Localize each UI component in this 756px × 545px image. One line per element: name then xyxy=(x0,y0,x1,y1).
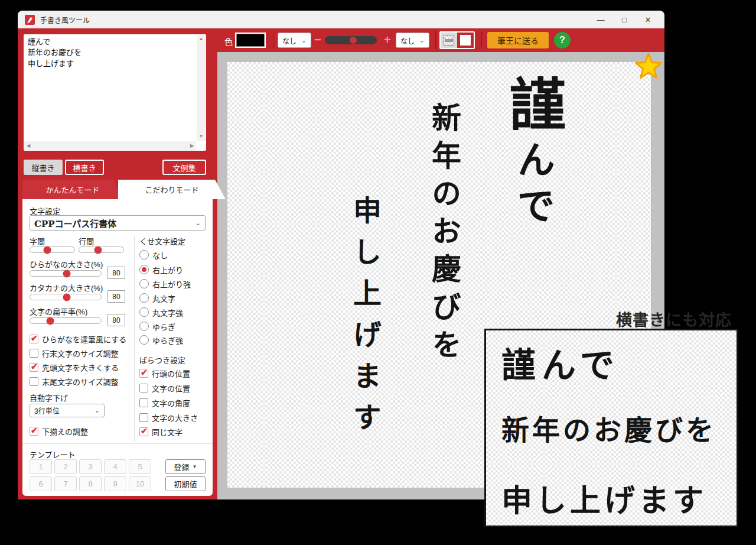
template-slot-7[interactable]: 7 xyxy=(54,476,77,491)
chevron-down-icon: ⌄ xyxy=(419,37,425,44)
checkbox-line-end-size[interactable]: 行末文字のサイズ調整 xyxy=(30,348,119,358)
checkbox-hiragana-brush-style[interactable]: ✔ ひらがなを達筆風にする xyxy=(30,334,126,344)
help-button[interactable]: ? xyxy=(554,32,571,48)
scroll-up-icon[interactable]: ▲ xyxy=(197,35,206,43)
radio-none[interactable]: なし xyxy=(139,249,168,260)
scroll-down-icon[interactable]: ▼ xyxy=(197,132,206,141)
checkbox-char-size[interactable]: 文字の大きさ xyxy=(139,413,198,423)
char-spacing-label: 字間 xyxy=(30,235,45,246)
flatness-value[interactable]: 80 xyxy=(107,314,125,326)
template-slot-3[interactable]: 3 xyxy=(79,459,102,474)
radio-rising-right-strong[interactable]: 右上がり強 xyxy=(139,278,191,289)
radio-circle[interactable] xyxy=(139,322,149,331)
checkbox-label: 文字の角度 xyxy=(152,397,190,408)
checkbox-label: 末尾文字のサイズ調整 xyxy=(42,376,119,387)
template-slot-4[interactable]: 4 xyxy=(104,459,126,474)
maximize-icon[interactable]: □ xyxy=(612,11,636,28)
radio-round-strong[interactable]: 丸文字強 xyxy=(139,307,183,317)
template-slot-10[interactable]: 10 xyxy=(129,476,151,491)
template-slot-5[interactable]: 5 xyxy=(129,459,151,474)
calligraphy-column-3: 申し上げます xyxy=(344,196,386,444)
size-slider[interactable] xyxy=(325,36,377,44)
radio-rising-right[interactable]: 右上がり xyxy=(139,264,183,275)
vertical-writing-button[interactable]: 縦書き xyxy=(24,160,63,175)
radio-round[interactable]: 丸文字 xyxy=(139,293,175,303)
auto-indent-dropdown[interactable]: 3行単位 ⌄ xyxy=(30,404,105,417)
examples-button[interactable]: 文例集 xyxy=(162,160,206,175)
horizontal-writing-button[interactable]: 横書き xyxy=(65,160,104,175)
chevron-down-icon: ⌄ xyxy=(94,407,100,414)
checkbox-box[interactable] xyxy=(30,349,38,358)
minimize-icon[interactable]: — xyxy=(589,11,612,28)
size-decrease-button[interactable]: − xyxy=(314,33,321,47)
template-slot-8[interactable]: 8 xyxy=(79,476,102,491)
variation-settings-heading: ばらつき設定 xyxy=(139,354,185,365)
radio-wobble[interactable]: ゆらぎ xyxy=(139,321,175,332)
template-slot-1[interactable]: 1 xyxy=(30,459,52,474)
checkbox-box[interactable]: ✔ xyxy=(139,369,148,378)
checkbox-label: 文字の大きさ xyxy=(152,412,198,423)
template-slot-2[interactable]: 2 xyxy=(54,459,77,474)
input-text[interactable]: 謹んで 新年のお慶びを 申し上げます xyxy=(28,37,193,69)
register-label: 登録 xyxy=(174,461,190,472)
size-increase-button[interactable]: + xyxy=(384,33,391,47)
style-dropdown-value: なし xyxy=(282,35,296,46)
vertical-scrollbar[interactable]: ▲ ▼ xyxy=(197,35,206,141)
checkbox-box[interactable]: ✔ xyxy=(30,427,38,436)
scroll-left-icon[interactable]: ◀ xyxy=(24,141,32,150)
settings-panel: 文字設定 CPPコーパス行書体 ⌄ 字間 行間 ひらがなの大きさ(%) 80 カ… xyxy=(22,199,213,496)
hiragana-size-slider[interactable] xyxy=(30,270,102,277)
checkbox-char-position[interactable]: 文字の位置 xyxy=(139,383,190,393)
sample-line-2: 新年のお慶びを xyxy=(501,407,716,448)
radio-circle[interactable] xyxy=(139,279,149,288)
checkbox-same-char[interactable]: ✔ 同じ文字 xyxy=(139,427,183,437)
checkbox-bottom-align[interactable]: ✔ 下揃えの調整 xyxy=(30,426,88,436)
close-icon[interactable]: ✕ xyxy=(636,11,660,28)
checkbox-last-char-size[interactable]: 末尾文字のサイズ調整 xyxy=(30,377,119,387)
tab-easy-mode[interactable]: かんたんモード xyxy=(22,180,123,199)
white-background-button[interactable] xyxy=(457,33,474,48)
horizontal-scrollbar[interactable]: ◀ ▶ xyxy=(24,141,196,150)
hiragana-size-value[interactable]: 80 xyxy=(107,267,125,279)
default-values-label: 初期値 xyxy=(174,478,197,489)
send-to-fudeoh-button[interactable]: 筆王に送る xyxy=(487,32,549,48)
checkbox-box[interactable]: ✔ xyxy=(30,335,38,343)
checkbox-box[interactable]: ✔ xyxy=(139,427,148,436)
size-slider-thumb[interactable] xyxy=(350,37,357,44)
radio-circle[interactable] xyxy=(139,293,149,303)
checkbox-line-start-position[interactable]: ✔ 行頭の位置 xyxy=(139,368,190,378)
font-dropdown[interactable]: CPPコーパス行書体 ⌄ xyxy=(30,215,206,231)
radio-label: 丸文字強 xyxy=(152,307,183,318)
horizontal-sample-box: 謹んで 新年のお慶びを 申し上げます xyxy=(484,329,738,527)
template-slot-9[interactable]: 9 xyxy=(104,476,126,491)
text-input-area[interactable]: 謹んで 新年のお慶びを 申し上げます ▲ ▼ ◀ ▶ xyxy=(24,34,206,151)
radio-wobble-strong[interactable]: ゆらぎ強 xyxy=(139,335,183,345)
radio-circle[interactable] xyxy=(139,265,149,274)
color-swatch[interactable] xyxy=(235,33,266,48)
register-button[interactable]: 登録 ▼ xyxy=(165,459,206,474)
radio-circle[interactable] xyxy=(139,335,149,345)
checkbox-box[interactable] xyxy=(30,377,38,386)
check-icon: ✔ xyxy=(31,362,38,371)
char-spacing-slider[interactable] xyxy=(30,246,75,253)
line-spacing-slider[interactable] xyxy=(79,246,124,253)
style-dropdown[interactable]: なし ⌄ xyxy=(278,33,311,48)
horizontal-support-caption: 横書きにも対応 xyxy=(616,307,732,330)
effect-dropdown[interactable]: なし ⌄ xyxy=(396,33,429,48)
flatness-slider[interactable] xyxy=(30,317,102,324)
checkbox-box[interactable] xyxy=(139,413,148,422)
radio-circle[interactable] xyxy=(139,307,149,317)
scroll-right-icon[interactable]: ▶ xyxy=(188,141,196,150)
radio-circle[interactable] xyxy=(139,250,149,259)
checkbox-box[interactable] xyxy=(139,398,148,407)
tab-advanced-mode[interactable]: こだわりモード xyxy=(118,180,226,199)
checkbox-char-angle[interactable]: 文字の角度 xyxy=(139,398,190,408)
katakana-size-slider[interactable] xyxy=(30,294,102,300)
default-values-button[interactable]: 初期値 xyxy=(165,476,206,491)
template-slot-6[interactable]: 6 xyxy=(30,476,52,491)
checkbox-enlarge-first-char[interactable]: ✔ 先頭文字を大きくする xyxy=(30,362,119,372)
katakana-size-value[interactable]: 80 xyxy=(107,290,125,303)
transparent-background-button[interactable] xyxy=(441,33,457,48)
checkbox-box[interactable]: ✔ xyxy=(30,363,38,372)
checkbox-box[interactable] xyxy=(139,384,148,392)
